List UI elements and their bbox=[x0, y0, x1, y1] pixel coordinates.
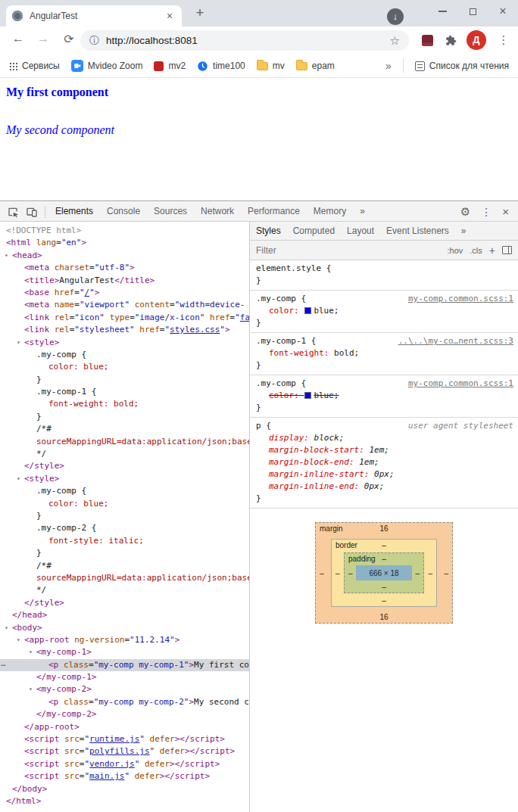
margin-bottom-value[interactable]: 16 bbox=[316, 613, 452, 621]
dom-tree-row[interactable]: ▾<app-root ng-version="11.2.14"> bbox=[0, 634, 249, 646]
tab-performance[interactable]: Performance bbox=[241, 202, 307, 221]
css-declaration[interactable]: margin-inline-end: 0px; bbox=[256, 481, 513, 493]
margin-left-value[interactable]: – bbox=[320, 569, 324, 577]
url-text[interactable]: http://localhost:8081 bbox=[106, 35, 390, 46]
bookmark-apps[interactable]: Сервисы bbox=[9, 61, 60, 71]
box-model-padding[interactable]: padding – – – – 666 × 18 bbox=[344, 552, 424, 593]
sidebar-toggle-icon[interactable] bbox=[502, 246, 512, 254]
border-left-value[interactable]: – bbox=[335, 569, 340, 577]
dom-tree-row[interactable]: sourceMappingURL=data:application/json;b… bbox=[0, 572, 249, 584]
color-swatch-icon[interactable] bbox=[304, 307, 311, 314]
page-info-icon[interactable]: ⓘ bbox=[89, 34, 99, 48]
padding-top-value[interactable]: – bbox=[345, 555, 423, 563]
dom-tree-row[interactable]: </style> bbox=[0, 597, 249, 609]
css-selector[interactable]: .my-comp-1 { bbox=[256, 335, 316, 347]
tab-sources[interactable]: Sources bbox=[147, 202, 194, 221]
dom-tree-row[interactable]: <script src="vendor.js" defer></script> bbox=[0, 758, 249, 770]
dom-tree-row[interactable]: /*# bbox=[0, 560, 249, 572]
more-actions-icon[interactable]: … bbox=[1, 659, 6, 670]
download-icon[interactable]: ↓ bbox=[387, 8, 404, 25]
dom-tree-row[interactable]: */ bbox=[0, 584, 249, 596]
dom-tree-row[interactable]: </head> bbox=[0, 609, 249, 621]
css-selector[interactable]: p { bbox=[256, 420, 271, 432]
maximize-button[interactable] bbox=[457, 0, 488, 23]
css-declaration[interactable]: margin-block-end: 1em; bbox=[256, 456, 513, 468]
dom-tree-row[interactable]: </body> bbox=[0, 783, 249, 795]
extension-icon[interactable] bbox=[422, 35, 433, 46]
css-declaration[interactable]: margin-block-start: 1em; bbox=[256, 444, 513, 456]
new-tab-button[interactable]: + bbox=[191, 5, 209, 23]
tab-memory[interactable]: Memory bbox=[307, 202, 353, 221]
pseudo-state-button[interactable]: :hov bbox=[448, 246, 463, 255]
dom-tree-row[interactable]: */ bbox=[0, 448, 249, 460]
css-declaration[interactable]: color: blue; bbox=[256, 305, 513, 317]
more-tabs-icon[interactable]: » bbox=[353, 202, 372, 221]
dom-tree-row[interactable]: <script src="main.js" defer></script> bbox=[0, 770, 249, 782]
browser-menu-icon[interactable]: ⋮ bbox=[498, 33, 510, 47]
box-model-content[interactable]: 666 × 18 bbox=[356, 565, 412, 580]
dom-tree-row[interactable]: </my-comp-2> bbox=[0, 708, 249, 720]
dom-tree-row[interactable]: <script src="runtime.js" defer></script> bbox=[0, 733, 249, 745]
expand-arrow-icon[interactable]: ▾ bbox=[17, 337, 20, 349]
expand-arrow-icon[interactable]: ▾ bbox=[29, 683, 33, 695]
dom-tree-row[interactable]: ▾<head> bbox=[0, 250, 249, 262]
tab-console[interactable]: Console bbox=[100, 202, 147, 221]
bookmark-star-icon[interactable]: ☆ bbox=[390, 34, 400, 48]
css-selector[interactable]: element.style { bbox=[256, 263, 331, 275]
tab-network[interactable]: Network bbox=[194, 202, 241, 221]
dom-tree-row[interactable]: <meta charset="utf-8"> bbox=[0, 262, 249, 274]
css-source-link[interactable]: ..\..\my-co…nent.scss:3 bbox=[391, 335, 513, 347]
dom-tree-row[interactable]: } bbox=[0, 510, 249, 522]
color-swatch-icon[interactable] bbox=[304, 392, 311, 399]
devtools-close-icon[interactable]: × bbox=[502, 205, 509, 218]
dom-tree-row[interactable]: ▾<style> bbox=[0, 337, 249, 349]
css-source-link[interactable]: user agent stylesheet bbox=[401, 420, 513, 432]
box-model-border[interactable]: border – – – – padding – – – – bbox=[331, 539, 437, 607]
dom-tree-row[interactable]: <!DOCTYPE html> bbox=[0, 225, 249, 237]
dom-tree-row[interactable]: sourceMappingURL=data:application/json;b… bbox=[0, 436, 249, 448]
tab-layout[interactable]: Layout bbox=[341, 226, 380, 236]
settings-gear-icon[interactable]: ⚙ bbox=[460, 205, 470, 219]
margin-right-value[interactable]: – bbox=[444, 569, 448, 577]
dom-tree-row[interactable]: <title>AngularTest</title> bbox=[0, 275, 249, 287]
expand-arrow-icon[interactable]: ▾ bbox=[17, 473, 20, 485]
dom-tree-row[interactable]: <meta name="viewport" content="width=dev… bbox=[0, 299, 249, 311]
minimize-button[interactable] bbox=[427, 0, 457, 23]
css-source-link[interactable]: my-comp.common.scss:1 bbox=[401, 293, 513, 305]
dom-tree-row[interactable]: .my-comp-2 { bbox=[0, 522, 249, 534]
bookmarks-overflow-icon[interactable]: » bbox=[385, 60, 392, 72]
padding-bottom-value[interactable]: – bbox=[345, 583, 423, 591]
border-right-value[interactable]: – bbox=[428, 569, 432, 577]
dom-tree-row[interactable]: color: blue; bbox=[0, 361, 249, 373]
dom-tree-row[interactable]: <script src="polyfills.js" defer></scrip… bbox=[0, 745, 249, 758]
inspect-icon[interactable] bbox=[7, 206, 19, 218]
margin-top-value[interactable]: 16 bbox=[316, 524, 452, 533]
styles-filter-input[interactable] bbox=[256, 245, 441, 256]
devtools-menu-icon[interactable]: ⋮ bbox=[481, 206, 491, 218]
bookmark-mvideo-zoom[interactable]: Mvideo Zoom bbox=[71, 60, 143, 72]
expand-arrow-icon[interactable]: ▾ bbox=[5, 250, 8, 262]
bookmark-time100[interactable]: time100 bbox=[197, 61, 245, 72]
tab-styles[interactable]: Styles bbox=[250, 226, 287, 236]
omnibox[interactable]: ⓘ http://localhost:8081 ☆ bbox=[80, 30, 409, 51]
dom-tree-row[interactable]: font-weight: bold; bbox=[0, 398, 249, 410]
dom-tree-row[interactable]: /*# bbox=[0, 423, 249, 435]
dom-tree-row[interactable]: ▾<body> bbox=[0, 622, 249, 634]
dom-tree-row[interactable]: </my-comp-1> bbox=[0, 671, 249, 683]
back-button[interactable]: ← bbox=[9, 32, 27, 45]
dom-tree-row[interactable]: </app-root> bbox=[0, 721, 249, 733]
dom-tree-row[interactable]: ▾<my-comp-2> bbox=[0, 683, 249, 695]
border-bottom-value[interactable]: – bbox=[332, 596, 436, 605]
reading-list-button[interactable]: Список для чтения bbox=[415, 61, 509, 71]
box-model-margin[interactable]: margin 16 16 – – border – – – – paddin bbox=[315, 522, 453, 624]
border-top-value[interactable]: – bbox=[332, 541, 436, 549]
forward-button[interactable]: → bbox=[34, 32, 52, 45]
tab-event-listeners[interactable]: Event Listeners bbox=[380, 226, 455, 236]
device-toolbar-icon[interactable] bbox=[26, 206, 38, 218]
dom-tree-row[interactable]: .my-comp-1 { bbox=[0, 386, 249, 398]
css-declaration[interactable]: margin-inline-start: 0px; bbox=[256, 468, 513, 481]
css-selector[interactable]: .my-comp { bbox=[256, 293, 306, 305]
more-sidebar-tabs-icon[interactable]: » bbox=[455, 226, 473, 236]
dom-tree-row[interactable]: <html lang="en"> bbox=[0, 237, 249, 249]
css-selector[interactable]: .my-comp { bbox=[256, 378, 306, 390]
